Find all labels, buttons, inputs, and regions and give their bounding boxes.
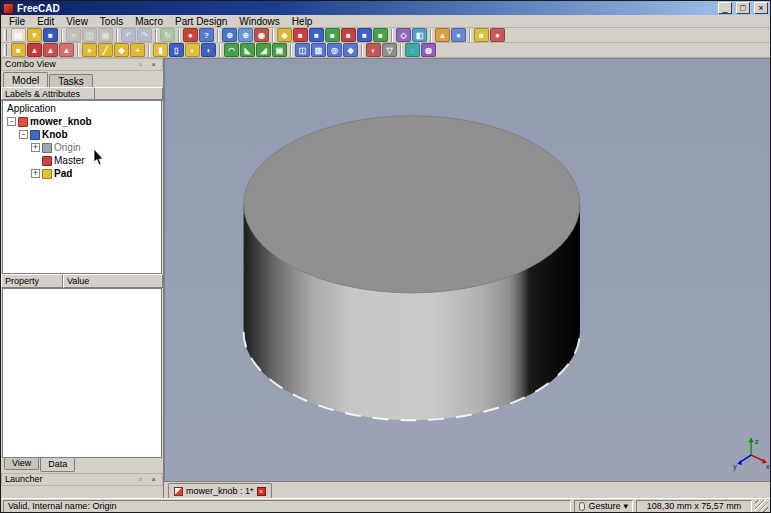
appearance-button[interactable]: ●	[451, 28, 466, 42]
whats-this-button[interactable]: ?	[199, 28, 214, 42]
property-column-header[interactable]: Property	[1, 274, 63, 288]
fit-all-button[interactable]: ⊕	[222, 28, 237, 42]
toolbar-separator[interactable]	[61, 29, 63, 42]
paste-button[interactable]: ▣	[98, 28, 113, 42]
toolbar-separator[interactable]	[155, 29, 157, 42]
tab-model[interactable]: Model	[3, 72, 48, 87]
shapebinder-button[interactable]: ◌	[405, 43, 420, 57]
3d-viewport[interactable]: z x y	[164, 58, 770, 482]
dock-close-icon[interactable]: ×	[148, 475, 159, 485]
view-top-button[interactable]: ■	[309, 28, 324, 42]
resize-grip[interactable]	[755, 500, 768, 513]
view-rear-button[interactable]: ■	[341, 28, 356, 42]
undo-button[interactable]: ↶	[121, 28, 136, 42]
document-close-icon[interactable]: ×	[257, 487, 266, 496]
menu-macro[interactable]: Macro	[129, 15, 169, 28]
new-document-button[interactable]: ▤	[11, 28, 26, 42]
minimize-button[interactable]: _	[718, 2, 732, 14]
mirrored-button[interactable]: ◫	[295, 43, 310, 57]
groove-button[interactable]: ◖	[201, 43, 216, 57]
toolbar-separator[interactable]	[219, 44, 221, 57]
datum-point-button[interactable]: ●	[82, 43, 97, 57]
maximize-button[interactable]: □	[736, 2, 750, 14]
labels-attributes-header[interactable]: Labels & Attributes	[1, 87, 95, 100]
view-front-button[interactable]: ■	[293, 28, 308, 42]
menu-view[interactable]: View	[60, 15, 94, 28]
datum-plane-button[interactable]: ◆	[114, 43, 129, 57]
tree-expander-icon[interactable]: +	[31, 169, 40, 178]
measure-distance-button[interactable]: ◇	[396, 28, 411, 42]
gesture-nav-dropdown[interactable]: Gesture ▾	[574, 500, 633, 513]
open-document-button[interactable]: ▼	[27, 28, 42, 42]
revolution-button[interactable]: ◗	[185, 43, 200, 57]
document-tab[interactable]: mower_knob : 1* ×	[168, 483, 272, 498]
polar-pattern-button[interactable]: ◎	[327, 43, 342, 57]
menu-part-design[interactable]: Part Design	[169, 15, 233, 28]
toolbar-separator[interactable]	[391, 29, 393, 42]
create-body-button[interactable]: ■	[11, 43, 26, 57]
dock-pin-icon[interactable]: ▫	[135, 60, 146, 70]
tree-expander-icon[interactable]: -	[19, 130, 28, 139]
part-cylinder-button[interactable]: ●	[490, 28, 505, 42]
dock-close-icon[interactable]: ×	[148, 60, 159, 70]
toolbar-handle[interactable]	[4, 29, 7, 41]
toolbar-separator[interactable]	[178, 29, 180, 42]
tree-item-application[interactable]: Application	[3, 102, 161, 115]
thickness-button[interactable]: ▣	[272, 43, 287, 57]
toolbar-separator[interactable]	[290, 44, 292, 57]
map-sketch-button[interactable]: ▲	[59, 43, 74, 57]
redo-button[interactable]: ↷	[137, 28, 152, 42]
toolbar-separator[interactable]	[217, 29, 219, 42]
view-bottom-button[interactable]: ■	[357, 28, 372, 42]
cut-button[interactable]: ×	[66, 28, 81, 42]
boolean-button[interactable]: ◐	[366, 43, 381, 57]
local-cs-button[interactable]: +	[130, 43, 145, 57]
model-tree[interactable]: Application - mower_knob - Knob + Origin	[2, 101, 162, 274]
tree-item-knob[interactable]: - Knob	[3, 128, 161, 141]
clone-button[interactable]: ◍	[421, 43, 436, 57]
datum-line-button[interactable]: ╱	[98, 43, 113, 57]
view-right-button[interactable]: ■	[325, 28, 340, 42]
edit-sketch-button[interactable]: ▲	[43, 43, 58, 57]
toolbar-separator[interactable]	[430, 29, 432, 42]
toolbar-separator[interactable]	[272, 29, 274, 42]
menu-help[interactable]: Help	[286, 15, 319, 28]
menu-tools[interactable]: Tools	[94, 15, 129, 28]
pocket-button[interactable]: ▯	[169, 43, 184, 57]
tree-item-pad[interactable]: + Pad	[3, 167, 161, 180]
menu-file[interactable]: File	[3, 15, 31, 28]
chamfer-button[interactable]: ◣	[240, 43, 255, 57]
toolbar-separator[interactable]	[116, 29, 118, 42]
part-box-button[interactable]: ■	[474, 28, 489, 42]
toolbar-separator[interactable]	[400, 44, 402, 57]
property-table-body[interactable]	[2, 288, 162, 458]
dock-pin-icon[interactable]: ▫	[135, 475, 146, 485]
view-isometric-button[interactable]: ◆	[277, 28, 292, 42]
macro-record-button[interactable]: ●	[183, 28, 198, 42]
tree-item-origin[interactable]: + Origin	[3, 141, 161, 154]
value-column-header[interactable]: Value	[63, 274, 163, 288]
close-button[interactable]: ×	[754, 2, 768, 14]
multitransform-button[interactable]: ◈	[343, 43, 358, 57]
cylinder-model[interactable]	[244, 116, 580, 421]
toolbar-separator[interactable]	[361, 44, 363, 57]
copy-button[interactable]: ◫	[82, 28, 97, 42]
migrate-button[interactable]: ▽	[382, 43, 397, 57]
linear-pattern-button[interactable]: ▥	[311, 43, 326, 57]
toolbar-separator[interactable]	[148, 44, 150, 57]
refresh-button[interactable]: ↻	[160, 28, 175, 42]
tree-item-mower-knob[interactable]: - mower_knob	[3, 115, 161, 128]
tree-expander-icon[interactable]: +	[31, 143, 40, 152]
create-sketch-button[interactable]: ▲	[27, 43, 42, 57]
toolbar-separator[interactable]	[469, 29, 471, 42]
tab-data[interactable]: Data	[40, 458, 75, 472]
tab-tasks[interactable]: Tasks	[49, 74, 93, 87]
tree-expander-icon[interactable]: -	[7, 117, 16, 126]
tab-view[interactable]: View	[4, 458, 39, 470]
menu-edit[interactable]: Edit	[31, 15, 60, 28]
tree-item-master[interactable]: Master	[3, 154, 161, 167]
pad-button[interactable]: ▮	[153, 43, 168, 57]
draft-button[interactable]: ◢	[256, 43, 271, 57]
clipping-plane-button[interactable]: ◧	[412, 28, 427, 42]
zoom-selection-button[interactable]: ⊕	[238, 28, 253, 42]
